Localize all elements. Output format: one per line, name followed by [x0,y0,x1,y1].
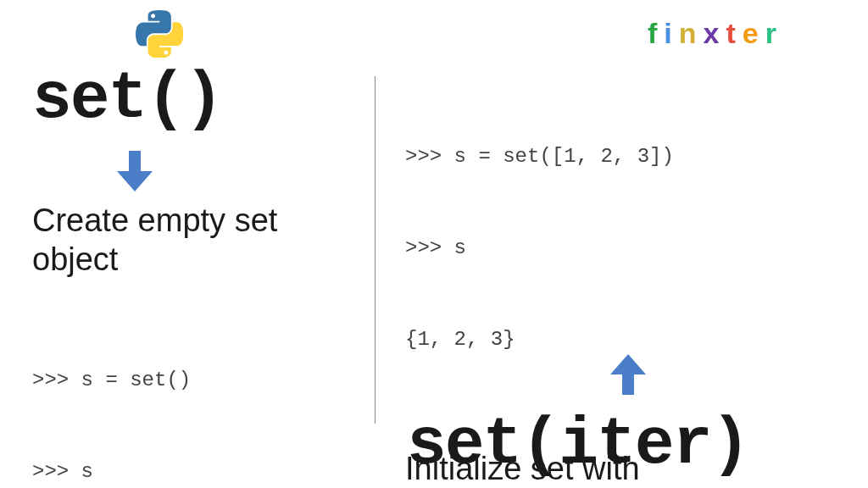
finxter-letter: x [704,17,726,50]
code-line: >>> s = set() [32,365,363,396]
finxter-logo: finxter [648,17,783,50]
finxter-letter: f [648,17,664,50]
left-code-block: >>> s = set() >>> s set() [32,304,363,488]
finxter-letter: n [679,17,704,50]
left-title: set() [32,66,363,132]
desc-line: Create empty set [32,202,363,241]
code-line: >>> s = set([1, 2, 3]) [405,141,846,172]
svg-marker-2 [610,354,646,374]
code-line: >>> s [32,457,363,487]
arrow-down-icon [117,151,153,191]
code-line: {1, 2, 3} [405,324,846,355]
arrow-up-icon [610,354,646,395]
svg-marker-1 [117,171,153,191]
svg-rect-0 [129,151,141,173]
finxter-letter: e [743,17,765,50]
python-logo-icon [136,10,183,58]
left-column: set() Create empty set object >>> s = se… [32,66,363,488]
finxter-letter: t [726,17,743,50]
finxter-letter: r [765,17,783,50]
left-description: Create empty set object [32,202,363,279]
code-line: >>> s [405,233,846,263]
finxter-letter: i [664,17,678,50]
right-title: set(iter) [407,412,748,478]
vertical-divider [375,76,376,424]
desc-line: object [32,241,363,280]
svg-rect-3 [622,373,634,395]
